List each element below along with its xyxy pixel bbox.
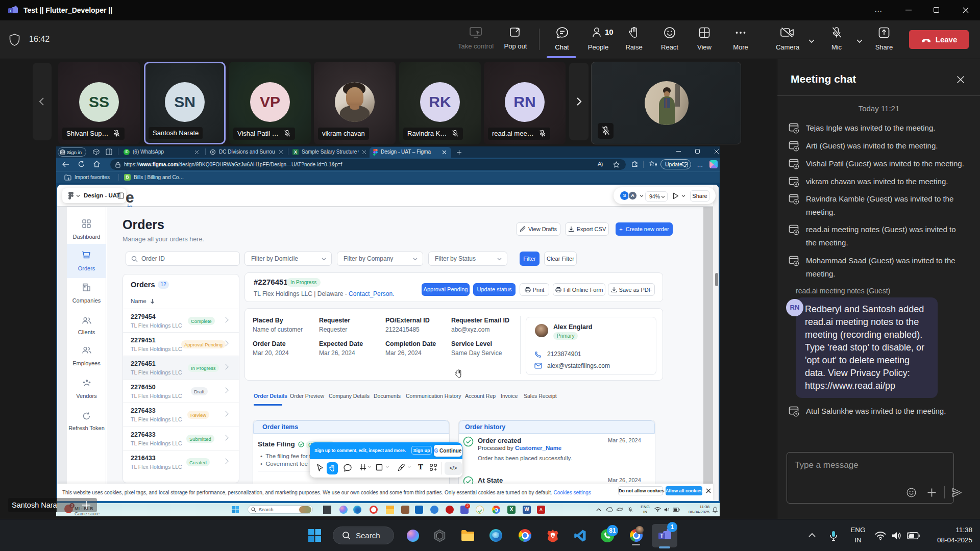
- svg-text:T: T: [660, 533, 663, 539]
- svg-text:T: T: [10, 9, 12, 13]
